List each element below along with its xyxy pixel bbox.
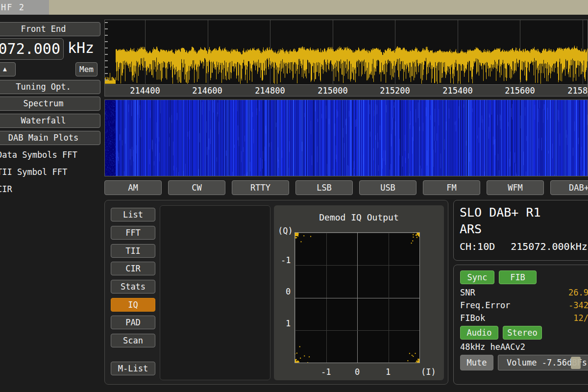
station-name: SLO DAB+ R1 (460, 204, 588, 221)
mode-dab-active[interactable]: DAB+ (550, 180, 588, 195)
station-info-box: SLO DAB+ R1 ARS CH:10D215072.000kHz (453, 200, 588, 261)
volume-slider[interactable]: Volume -7.56dBFs (498, 355, 588, 370)
demod-tab-cir[interactable]: CIR (111, 262, 155, 275)
tab-hf2[interactable]: HF 2 (0, 0, 49, 15)
sidebar-item-tuning-opt[interactable]: Tuning Opt. (0, 80, 100, 94)
sidebar-item-cir[interactable]: CIR (0, 184, 105, 197)
freq-error-row: Freq.Error -342 (460, 300, 588, 313)
stereo-indicator: Stereo (503, 326, 542, 340)
sync-indicator: Sync (460, 270, 494, 284)
sidebar-item-waterfall[interactable]: Waterfall (0, 114, 100, 128)
dab-status-box: Sync FIB SNR 26.9 Freq.Error -342 FIBok … (453, 265, 588, 385)
waterfall-canvas (105, 100, 588, 176)
iq-constellation-plot (294, 232, 420, 363)
frequency-unit: kHz (68, 39, 94, 56)
iq-plot-title: Demod IQ Output (274, 212, 444, 222)
ensemble-name: ARS (460, 221, 588, 238)
demod-tab-stats[interactable]: Stats (111, 280, 155, 294)
fibok-row: FIBok 12/ (460, 313, 588, 326)
mode-usb[interactable]: USB (359, 180, 416, 195)
waterfall-display[interactable] (104, 99, 588, 176)
volume-slider-handle[interactable] (571, 357, 581, 369)
sidebar-item-spectrum[interactable]: Spectrum (0, 97, 100, 111)
snr-label: SNR (460, 288, 475, 297)
axis-tick-label: 214400 (130, 86, 160, 96)
mem-button[interactable]: Mem (75, 62, 98, 76)
sidebar-item-data-symbols-fft[interactable]: Data Symbols FFT (0, 150, 105, 163)
iq-xtick: 1 (386, 367, 391, 377)
mode-am[interactable]: AM (104, 180, 162, 195)
axis-tick-label: 215200 (380, 86, 410, 96)
axis-tick-label: 215000 (318, 86, 347, 96)
mlist-button[interactable]: M-List (111, 362, 155, 375)
demod-tab-pad[interactable]: PAD (111, 316, 155, 329)
mode-wfm[interactable]: WFM (487, 180, 544, 195)
channel-id: CH:10D (460, 241, 495, 252)
codec-info: 48kHz heAACv2 (460, 342, 525, 352)
frequency-value: 215072.000 (0, 40, 60, 57)
demod-tab-iq-active[interactable]: IQ (111, 298, 155, 312)
channel-frequency: 215072.000kHz (511, 241, 588, 252)
axis-tick-label: 215600 (505, 86, 535, 96)
axis-tick-label: 214800 (255, 86, 285, 96)
iq-canvas (295, 233, 419, 363)
demod-tab-scan[interactable]: Scan (111, 334, 155, 347)
mode-lsb[interactable]: LSB (295, 180, 353, 195)
sidebar-item-tii-symbol-fft[interactable]: TII Symbol FFT (0, 167, 105, 180)
demod-tab-fft[interactable]: FFT (111, 226, 155, 240)
freq-error-label: Freq.Error (460, 300, 510, 310)
front-end-button[interactable]: Front End (0, 22, 100, 36)
iq-ylabel: (Q) (278, 226, 293, 236)
snr-row: SNR 26.9 (460, 288, 588, 300)
dab-demod-panel: List FFT TII CIR Stats IQ PAD Scan M-Lis… (104, 200, 448, 385)
iq-ytick: 1 (286, 318, 291, 328)
mute-button[interactable]: Mute (460, 355, 493, 370)
tune-up-button[interactable]: ▲ (0, 62, 16, 76)
sidebar-item-dab-main-plots[interactable]: DAB Main Plots (0, 131, 100, 145)
iq-xlabel: (I) (421, 367, 436, 377)
demod-tab-tii[interactable]: TII (111, 244, 155, 258)
spectrum-canvas (105, 20, 588, 84)
fibok-label: FIBok (460, 313, 485, 323)
mode-rtty[interactable]: RTTY (232, 180, 289, 195)
demod-tab-list[interactable]: List (111, 208, 155, 221)
channel-frequency-line: CH:10D215072.000kHz (460, 241, 588, 252)
axis-tick-label: 214600 (192, 86, 222, 96)
demod-info-pane (160, 205, 270, 380)
iq-xtick: -1 (321, 367, 331, 377)
iq-ytick: -1 (281, 255, 291, 265)
dab-receiver-window: HF 2 Front End 215072.000 kHz ▲ Mem Tuni… (0, 0, 588, 392)
mode-button-row: AM CW RTTY LSB USB FM WFM DAB+ (104, 180, 588, 195)
spectrum-x-axis: 214400 214600 214800 215000 215200 21540… (104, 84, 588, 97)
iq-ytick: 0 (286, 287, 291, 296)
fibok-value: 12/ (573, 313, 588, 323)
mode-fm[interactable]: FM (423, 180, 480, 195)
axis-tick-label: 215800 (567, 86, 588, 96)
freq-error-value: -342 (568, 300, 588, 310)
window-tab-bar: HF 2 (0, 0, 588, 15)
spectrum-y-ticks (105, 22, 108, 83)
audio-indicator: Audio (460, 326, 498, 340)
iq-output-panel: Demod IQ Output (Q) -1 0 1 -1 0 1 (I) (274, 205, 444, 380)
snr-value: 26.9 (568, 288, 588, 297)
iq-xtick: 0 (355, 367, 360, 377)
mode-cw[interactable]: CW (168, 180, 225, 195)
fib-indicator: FIB (499, 270, 537, 284)
spectrum-plot[interactable] (104, 20, 588, 84)
up-arrow-icon: ▲ (3, 65, 7, 73)
axis-tick-label: 215400 (442, 86, 472, 96)
frequency-input[interactable]: 215072.000 (0, 38, 64, 60)
